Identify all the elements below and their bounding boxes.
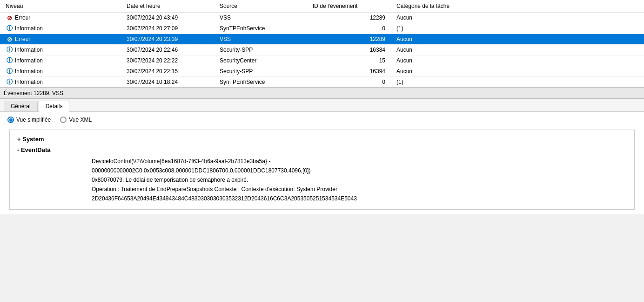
error-icon: ⊘ bbox=[6, 35, 13, 43]
cell-source: VSS bbox=[218, 35, 311, 43]
detail-panel: GénéralDétails Vue simplifiée Vue XML Sy… bbox=[0, 99, 644, 214]
radio-vue-simplifiée[interactable]: Vue simplifiée bbox=[7, 117, 51, 123]
level-text: Information bbox=[15, 57, 43, 64]
cell-category: Aucun bbox=[395, 35, 640, 43]
info-icon: ⓘ bbox=[6, 68, 13, 75]
radio-vue-xml[interactable]: Vue XML bbox=[60, 117, 92, 123]
cell-category: (1) bbox=[395, 25, 640, 32]
cell-eventid: 12289 bbox=[311, 35, 395, 43]
cell-eventid: 0 bbox=[311, 78, 395, 86]
cell-eventid: 0 bbox=[311, 25, 395, 32]
cell-datetime: 30/07/2024 20:43:49 bbox=[125, 14, 218, 21]
cell-category: Aucun bbox=[395, 14, 640, 21]
error-icon: ⊘ bbox=[6, 14, 13, 21]
cell-level: ⊘ Erreur bbox=[4, 35, 125, 43]
cell-level: ⊘ Erreur bbox=[4, 14, 125, 22]
tab-détails[interactable]: Détails bbox=[39, 101, 70, 112]
table-row[interactable]: ⓘ Information 30/07/2024 20:27:09 SynTPE… bbox=[0, 23, 644, 34]
table-row[interactable]: ⓘ Information 30/07/2024 20:22:15 Securi… bbox=[0, 66, 644, 77]
cell-category: (1) bbox=[395, 78, 640, 86]
col-niveau: Niveau bbox=[4, 2, 125, 10]
table-row[interactable]: ⓘ Information 30/07/2024 20:22:22 Securi… bbox=[0, 55, 644, 66]
cell-source: Security-SPP bbox=[218, 68, 311, 75]
cell-level: ⓘ Information bbox=[4, 46, 125, 54]
level-text: Information bbox=[15, 79, 43, 85]
radio-circle bbox=[7, 117, 14, 123]
cell-eventid: 15 bbox=[311, 57, 395, 64]
radio-row: Vue simplifiée Vue XML bbox=[7, 117, 637, 123]
eventdata-section-toggle[interactable]: EventData bbox=[17, 146, 627, 153]
col-source: Source bbox=[218, 2, 311, 10]
cell-datetime: 30/07/2024 20:22:15 bbox=[125, 68, 218, 75]
event-title-text: Événement 12289, VSS bbox=[4, 90, 63, 96]
table-row[interactable]: ⓘ Information 30/07/2024 10:18:24 SynTPE… bbox=[0, 77, 644, 87]
cell-datetime: 30/07/2024 20:22:46 bbox=[125, 46, 218, 54]
info-icon: ⓘ bbox=[6, 25, 13, 32]
event-data-line: 2D20436F64653A20494E434943484C4830303030… bbox=[92, 194, 627, 203]
cell-source: VSS bbox=[218, 14, 311, 21]
col-datetime: Date et heure bbox=[125, 2, 218, 10]
event-data-line: DeviceIoControl(\\?\Volume{6ea1687d-7f63… bbox=[92, 157, 627, 165]
radio-label: Vue XML bbox=[69, 117, 92, 123]
cell-category: Aucun bbox=[395, 57, 640, 64]
info-icon: ⓘ bbox=[6, 57, 13, 64]
table-row[interactable]: ⊘ Erreur 30/07/2024 20:43:49 VSS 12289 A… bbox=[0, 13, 644, 23]
col-category: Catégorie de la tâche bbox=[395, 2, 640, 10]
table-header: Niveau Date et heure Source ID de l'évén… bbox=[0, 0, 644, 13]
cell-eventid: 12289 bbox=[311, 14, 395, 21]
event-title-bar: Événement 12289, VSS bbox=[0, 88, 644, 99]
cell-datetime: 30/07/2024 20:27:09 bbox=[125, 25, 218, 32]
table-section: Niveau Date et heure Source ID de l'évén… bbox=[0, 0, 644, 88]
cell-eventid: 16384 bbox=[311, 46, 395, 54]
cell-level: ⓘ Information bbox=[4, 67, 125, 76]
info-icon: ⓘ bbox=[6, 78, 13, 86]
cell-source: Security-SPP bbox=[218, 46, 311, 54]
cell-datetime: 30/07/2024 20:22:22 bbox=[125, 57, 218, 64]
cell-category: Aucun bbox=[395, 68, 640, 75]
system-section-toggle[interactable]: System bbox=[17, 136, 627, 143]
cell-eventid: 16394 bbox=[311, 68, 395, 75]
event-data-line: Opération : Traitement de EndPrepareSnap… bbox=[92, 185, 627, 193]
cell-datetime: 30/07/2024 10:18:24 bbox=[125, 78, 218, 86]
level-text: Erreur bbox=[15, 14, 30, 21]
tab-général[interactable]: Général bbox=[4, 101, 38, 111]
table-body: ⊘ Erreur 30/07/2024 20:43:49 VSS 12289 A… bbox=[0, 13, 644, 87]
table-row[interactable]: ⊘ Erreur 30/07/2024 20:23:39 VSS 12289 A… bbox=[0, 34, 644, 45]
cell-category: Aucun bbox=[395, 46, 640, 54]
event-data-line: 0x80070079, Le délai de temporisation de… bbox=[92, 176, 627, 184]
tabs-bar: GénéralDétails bbox=[0, 99, 644, 112]
cell-level: ⓘ Information bbox=[4, 78, 125, 86]
level-text: Information bbox=[15, 47, 43, 53]
event-data-box: SystemEventDataDeviceIoControl(\\?\Volum… bbox=[9, 130, 635, 210]
cell-source: SecurityCenter bbox=[218, 57, 311, 64]
cell-level: ⓘ Information bbox=[4, 56, 125, 65]
cell-source: SynTPEnhService bbox=[218, 78, 311, 86]
event-data-text: DeviceIoControl(\\?\Volume{6ea1687d-7f63… bbox=[17, 157, 627, 203]
detail-content: Vue simplifiée Vue XML SystemEventDataDe… bbox=[0, 112, 644, 214]
level-text: Information bbox=[15, 68, 43, 75]
info-icon: ⓘ bbox=[6, 46, 13, 54]
cell-datetime: 30/07/2024 20:23:39 bbox=[125, 35, 218, 43]
radio-label: Vue simplifiée bbox=[16, 117, 51, 123]
radio-circle bbox=[60, 117, 67, 123]
event-data-line: 00000000000002C0,0x0053c008,000001DDC180… bbox=[92, 166, 627, 175]
col-eventid: ID de l'événement bbox=[311, 2, 395, 10]
cell-level: ⓘ Information bbox=[4, 24, 125, 33]
table-row[interactable]: ⓘ Information 30/07/2024 20:22:46 Securi… bbox=[0, 45, 644, 55]
level-text: Erreur bbox=[15, 36, 30, 42]
level-text: Information bbox=[15, 25, 43, 32]
cell-source: SynTPEnhService bbox=[218, 25, 311, 32]
